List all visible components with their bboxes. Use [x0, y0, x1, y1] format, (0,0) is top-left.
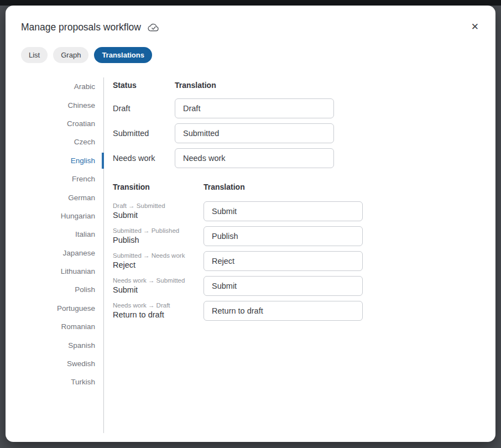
- transition-row: Draft → Submitted Submit: [113, 201, 363, 221]
- search-icon: [290, 0, 299, 2]
- language-item[interactable]: German: [6, 188, 103, 206]
- language-item[interactable]: Hungarian: [6, 207, 103, 225]
- transition-label: Submitted → Published Publish: [113, 227, 203, 245]
- transition-row: Needs work → Draft Return to draft: [113, 301, 363, 321]
- transition-section: Transition Translation Draft → Submitted…: [113, 181, 363, 321]
- transition-label: Needs work → Submitted Submit: [113, 277, 203, 295]
- transition-name: Return to draft: [113, 310, 203, 320]
- transition-translation-input[interactable]: [203, 251, 363, 271]
- status-translation-input[interactable]: [175, 148, 334, 168]
- transition-path: Draft → Submitted: [113, 202, 203, 210]
- background-topbar: Search: [0, 0, 501, 6]
- status-translation-input[interactable]: [175, 123, 334, 143]
- view-tab[interactable]: Graph: [53, 47, 88, 63]
- transition-column-header: Transition: [113, 181, 203, 192]
- language-list: Arabic Chinese Croatian Czech English Fr…: [6, 77, 104, 433]
- close-icon[interactable]: ✕: [469, 20, 481, 34]
- transition-row: Submitted → Needs work Reject: [113, 251, 363, 271]
- language-item[interactable]: Polish: [6, 280, 103, 299]
- transition-translation-input[interactable]: [203, 276, 363, 296]
- language-item[interactable]: Chinese: [6, 96, 103, 114]
- dialog-body: Arabic Chinese Croatian Czech English Fr…: [6, 77, 495, 433]
- transition-name: Reject: [113, 261, 203, 270]
- transition-translation-input[interactable]: [203, 301, 363, 321]
- status-translation-column-header: Translation: [175, 80, 216, 91]
- view-tab[interactable]: Translations: [94, 47, 152, 63]
- language-item[interactable]: Portuguese: [6, 299, 103, 317]
- language-item[interactable]: Italian: [6, 225, 103, 243]
- language-item[interactable]: Turkish: [6, 373, 103, 391]
- translations-panel: Status Translation Draft Submitted Ne: [104, 77, 363, 433]
- transition-path: Submitted → Needs work: [113, 252, 203, 259]
- dialog-header: Manage proposals workflow ✕: [6, 6, 495, 34]
- transition-path: Needs work → Draft: [113, 302, 203, 309]
- language-item[interactable]: French: [6, 170, 103, 188]
- language-item[interactable]: Romanian: [6, 317, 103, 336]
- status-section: Status Translation Draft Submitted Ne: [113, 80, 363, 168]
- status-column-header: Status: [113, 80, 175, 91]
- status-section-headers: Status Translation: [113, 80, 363, 91]
- view-tab[interactable]: List: [21, 47, 48, 63]
- status-translation-input[interactable]: [175, 98, 334, 118]
- language-item[interactable]: Lithuanian: [6, 262, 103, 280]
- status-row: Submitted: [113, 123, 363, 143]
- language-item[interactable]: English: [6, 152, 103, 170]
- transition-translation-input[interactable]: [203, 201, 363, 221]
- language-item[interactable]: Arabic: [6, 77, 103, 96]
- transition-name: Publish: [113, 236, 203, 245]
- manage-workflow-dialog: Manage proposals workflow ✕ List Graph T…: [6, 6, 495, 442]
- status-row: Needs work: [113, 148, 363, 168]
- transition-label: Needs work → Draft Return to draft: [113, 302, 203, 320]
- transition-label: Submitted → Needs work Reject: [113, 252, 203, 270]
- language-item[interactable]: Swedish: [6, 355, 103, 373]
- transition-label: Draft → Submitted Submit: [113, 202, 203, 220]
- transition-row: Needs work → Submitted Submit: [113, 276, 363, 296]
- view-tabs: List Graph Translations: [21, 47, 495, 63]
- background-search-label: Search: [303, 0, 330, 2]
- language-item[interactable]: Czech: [6, 133, 103, 151]
- cloud-check-icon: [148, 23, 159, 32]
- transition-path: Needs work → Submitted: [113, 277, 203, 284]
- status-label: Needs work: [113, 154, 175, 163]
- status-label: Draft: [113, 104, 175, 113]
- transition-section-headers: Transition Translation: [113, 181, 363, 192]
- language-item[interactable]: Croatian: [6, 114, 103, 133]
- transition-row: Submitted → Published Publish: [113, 226, 363, 246]
- language-item[interactable]: Spanish: [6, 336, 103, 354]
- status-row: Draft: [113, 98, 363, 118]
- transition-path: Submitted → Published: [113, 227, 203, 235]
- transition-name: Submit: [113, 285, 203, 295]
- transition-translation-input[interactable]: [203, 226, 363, 246]
- transition-translation-column-header: Translation: [203, 181, 245, 192]
- background-search-bar: Search: [290, 0, 330, 2]
- language-item[interactable]: Japanese: [6, 244, 103, 262]
- transition-name: Submit: [113, 211, 203, 220]
- dialog-title: Manage proposals workflow: [21, 21, 141, 33]
- status-label: Submitted: [113, 129, 175, 138]
